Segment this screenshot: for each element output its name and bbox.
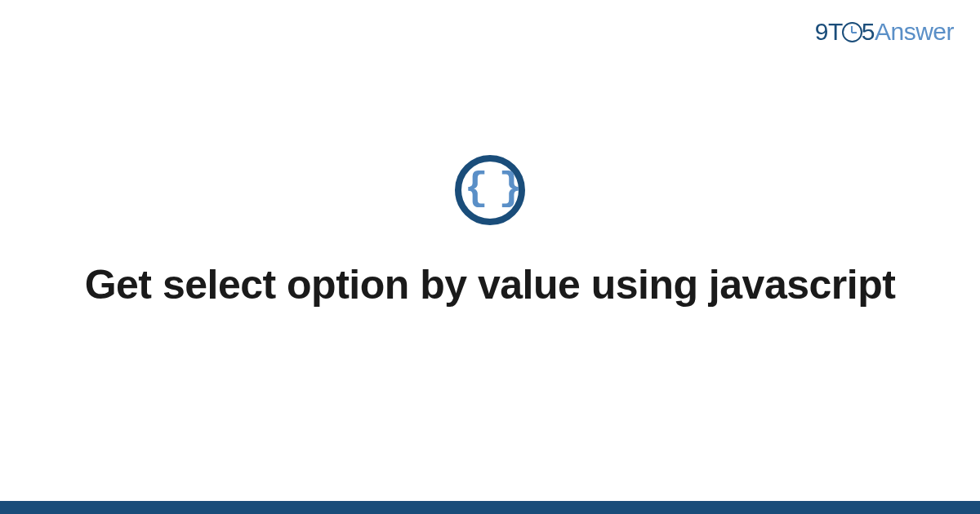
page-title: Get select option by value using javascr… <box>85 259 896 311</box>
code-braces-icon: { } <box>455 155 525 225</box>
braces-glyph: { } <box>465 169 515 208</box>
footer-accent-bar <box>0 501 980 514</box>
main-content: { } Get select option by value using jav… <box>0 0 980 514</box>
